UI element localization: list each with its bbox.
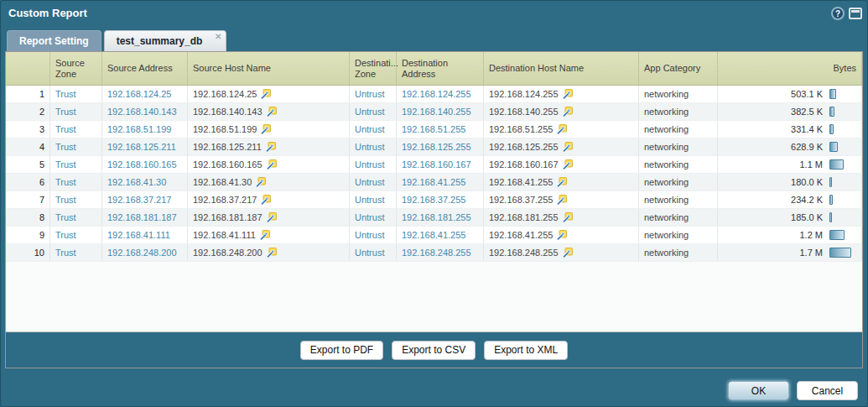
tab-report-setting[interactable]: Report Setting bbox=[7, 30, 101, 51]
dst_zone-link[interactable]: Untrust bbox=[355, 248, 384, 258]
src_zone-link[interactable]: Trust bbox=[55, 107, 76, 117]
src_zone-link[interactable]: Trust bbox=[55, 89, 76, 99]
src_zone-link[interactable]: Trust bbox=[55, 195, 76, 205]
external-link-icon[interactable] bbox=[557, 177, 567, 187]
src_addr-link[interactable]: 192.168.124.25 bbox=[107, 89, 171, 99]
src_zone-link[interactable]: Trust bbox=[55, 124, 76, 134]
external-link-icon[interactable] bbox=[267, 107, 277, 117]
external-link-icon[interactable] bbox=[261, 89, 271, 99]
cancel-button[interactable]: Cancel bbox=[797, 381, 858, 400]
cell-dst_zone: Untrust bbox=[350, 103, 397, 120]
cell-app_category: networking bbox=[639, 191, 718, 208]
help-icon[interactable]: ? bbox=[831, 7, 845, 20]
external-link-icon[interactable] bbox=[563, 248, 573, 258]
dst_addr-link[interactable]: 192.168.41.255 bbox=[402, 177, 465, 187]
app_category-text: networking bbox=[644, 248, 689, 258]
src_addr-link[interactable]: 192.168.140.143 bbox=[107, 107, 177, 117]
column-header-label: Bytes bbox=[833, 63, 856, 74]
external-link-icon[interactable] bbox=[266, 142, 276, 152]
cell-num: 8 bbox=[6, 209, 50, 226]
column-header-app_category[interactable]: App Category bbox=[639, 52, 718, 85]
external-link-icon[interactable] bbox=[261, 195, 271, 205]
dst_zone-link[interactable]: Untrust bbox=[355, 212, 384, 222]
cell-num: 1 bbox=[6, 86, 50, 102]
dst_zone-link[interactable]: Untrust bbox=[355, 230, 384, 240]
src_addr-link[interactable]: 192.168.125.211 bbox=[107, 142, 176, 152]
dst_addr-link[interactable]: 192.168.248.255 bbox=[402, 248, 471, 258]
dst_zone-link[interactable]: Untrust bbox=[355, 177, 384, 187]
tab-test-summary-db[interactable]: test_summary_db ✕ bbox=[104, 30, 227, 51]
dst_addr-link[interactable]: 192.168.140.255 bbox=[402, 107, 471, 117]
external-link-icon[interactable] bbox=[563, 89, 573, 99]
external-link-icon[interactable] bbox=[563, 159, 573, 170]
external-link-icon[interactable] bbox=[563, 142, 573, 152]
column-header-dst_host[interactable]: Destination Host Name bbox=[484, 52, 639, 85]
cell-src_host: 192.168.37.217 bbox=[188, 191, 350, 208]
column-header-dst_zone[interactable]: Destinati... Zone bbox=[350, 52, 397, 85]
src_addr-link[interactable]: 192.168.37.217 bbox=[107, 195, 171, 205]
external-link-icon[interactable] bbox=[267, 212, 277, 222]
src_zone-link[interactable]: Trust bbox=[55, 159, 76, 170]
dst_zone-link[interactable]: Untrust bbox=[355, 159, 384, 170]
src_zone-link[interactable]: Trust bbox=[55, 177, 76, 187]
cell-src_host: 192.168.248.200 bbox=[188, 244, 350, 261]
src_addr-link[interactable]: 192.168.160.165 bbox=[107, 159, 177, 170]
src_zone-link[interactable]: Trust bbox=[55, 142, 76, 152]
column-header-bytes[interactable]: Bytes bbox=[718, 52, 862, 85]
external-link-icon[interactable] bbox=[563, 212, 573, 222]
external-link-icon[interactable] bbox=[557, 195, 567, 205]
dst_zone-link[interactable]: Untrust bbox=[355, 195, 384, 205]
cell-dst_zone: Untrust bbox=[350, 244, 397, 261]
src_addr-link[interactable]: 192.168.248.200 bbox=[107, 248, 177, 258]
dst_addr-link[interactable]: 192.168.41.255 bbox=[402, 230, 465, 240]
dst_zone-link[interactable]: Untrust bbox=[355, 142, 384, 152]
cell-bytes: 1.1 M bbox=[718, 156, 862, 173]
external-link-icon[interactable] bbox=[260, 230, 270, 240]
dst_zone-link[interactable]: Untrust bbox=[355, 107, 384, 117]
table-row: 5Trust192.168.160.165192.168.160.165 Unt… bbox=[6, 156, 862, 174]
dst_zone-link[interactable]: Untrust bbox=[355, 89, 384, 99]
dst_addr-link[interactable]: 192.168.124.255 bbox=[402, 89, 471, 99]
export-xml-button[interactable]: Export to XML bbox=[484, 341, 568, 360]
src_addr-link[interactable]: 192.168.41.30 bbox=[107, 177, 166, 187]
column-header-num[interactable] bbox=[6, 52, 50, 85]
src_addr-link[interactable]: 192.168.51.199 bbox=[107, 124, 171, 134]
external-link-icon[interactable] bbox=[267, 248, 277, 258]
src_addr-link[interactable]: 192.168.181.187 bbox=[107, 212, 177, 222]
dst_addr-link[interactable]: 192.168.160.167 bbox=[402, 159, 471, 170]
external-link-icon[interactable] bbox=[256, 177, 266, 187]
row-number: 1 bbox=[39, 89, 44, 99]
dst_addr-link[interactable]: 192.168.181.255 bbox=[402, 212, 471, 222]
table-row: 2Trust192.168.140.143192.168.140.143 Unt… bbox=[6, 103, 862, 121]
external-link-icon[interactable] bbox=[557, 124, 567, 134]
external-link-icon[interactable] bbox=[563, 107, 573, 117]
column-header-src_zone[interactable]: Source Zone bbox=[50, 52, 102, 85]
cell-src_host: 192.168.140.143 bbox=[188, 103, 350, 120]
external-link-icon[interactable] bbox=[261, 124, 271, 134]
cell-app_category: networking bbox=[639, 156, 718, 173]
ok-button[interactable]: OK bbox=[728, 381, 789, 400]
dst_addr-link[interactable]: 192.168.51.255 bbox=[402, 124, 465, 134]
external-link-icon[interactable] bbox=[557, 230, 567, 240]
src_addr-link[interactable]: 192.168.41.111 bbox=[107, 230, 170, 240]
column-header-src_addr[interactable]: Source Address bbox=[102, 52, 188, 85]
src_host-text: 192.168.160.165 bbox=[193, 159, 262, 170]
dst_addr-link[interactable]: 192.168.37.255 bbox=[402, 195, 465, 205]
cell-num: 9 bbox=[6, 227, 50, 243]
tab-close-icon[interactable]: ✕ bbox=[215, 33, 221, 41]
src_zone-link[interactable]: Trust bbox=[55, 248, 76, 258]
cell-dst_addr: 192.168.124.255 bbox=[397, 86, 484, 102]
export-csv-button[interactable]: Export to CSV bbox=[392, 341, 476, 360]
column-header-dst_addr[interactable]: Destination Address bbox=[397, 52, 484, 85]
dst_zone-link[interactable]: Untrust bbox=[355, 124, 384, 134]
bytes-value: 180.0 K bbox=[791, 177, 823, 187]
dst_addr-link[interactable]: 192.168.125.255 bbox=[402, 142, 471, 152]
bytes-value: 1.7 M bbox=[799, 248, 823, 258]
window-icon[interactable] bbox=[849, 8, 862, 19]
src_zone-link[interactable]: Trust bbox=[55, 212, 76, 222]
src_zone-link[interactable]: Trust bbox=[55, 230, 76, 240]
external-link-icon[interactable] bbox=[267, 159, 277, 170]
column-header-src_host[interactable]: Source Host Name bbox=[188, 52, 350, 85]
app_category-text: networking bbox=[644, 195, 689, 205]
export-pdf-button[interactable]: Export to PDF bbox=[300, 341, 383, 360]
